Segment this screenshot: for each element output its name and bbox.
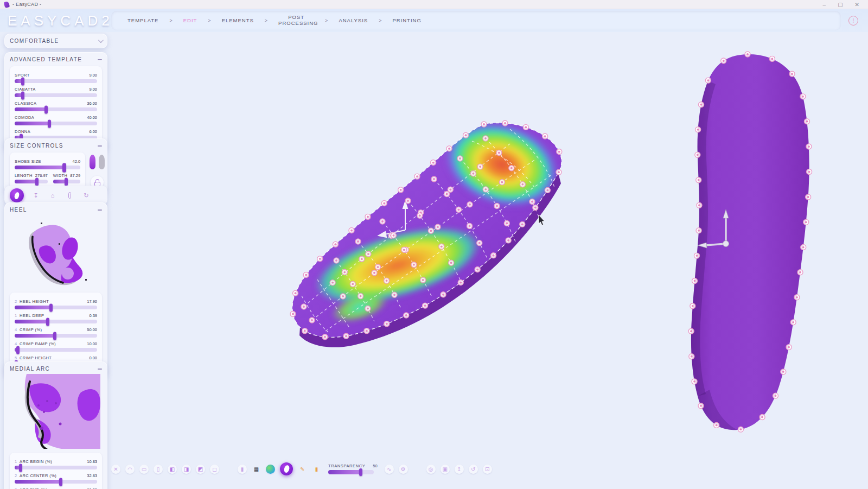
control-point[interactable] (431, 176, 437, 182)
control-point[interactable] (449, 260, 454, 265)
control-point[interactable] (381, 201, 387, 206)
undo-history-button[interactable]: ↺ (469, 465, 478, 474)
control-point[interactable] (359, 256, 365, 262)
slider-track[interactable] (15, 348, 97, 352)
slider-thumb[interactable] (49, 303, 53, 312)
control-point[interactable] (760, 414, 765, 420)
control-point[interactable] (441, 292, 446, 297)
control-point[interactable] (365, 306, 371, 311)
control-point[interactable] (428, 228, 433, 233)
nav-template[interactable]: TEMPLATE (127, 18, 158, 24)
upload-button[interactable]: ↥ (455, 465, 464, 474)
control-point[interactable] (463, 132, 469, 138)
control-point[interactable] (502, 120, 508, 126)
slider-track[interactable] (53, 180, 80, 183)
control-handle[interactable] (41, 223, 42, 224)
control-point[interactable] (380, 219, 385, 224)
control-point[interactable] (499, 180, 505, 185)
control-point[interactable] (697, 202, 702, 208)
box-export-button[interactable]: ▣ (441, 465, 450, 474)
half-left-view-button[interactable]: ◧ (168, 465, 177, 474)
control-point[interactable] (292, 290, 298, 296)
control-handle[interactable] (59, 423, 62, 426)
control-point[interactable] (696, 177, 701, 183)
slider-track[interactable] (15, 334, 97, 338)
control-point[interactable] (398, 187, 404, 193)
control-point[interactable] (556, 169, 561, 175)
collapse-icon[interactable] (98, 59, 102, 60)
chevron-down-icon[interactable] (98, 37, 104, 43)
slider-track[interactable] (15, 466, 97, 469)
control-point[interactable] (303, 272, 309, 277)
heatmap-toggle-button[interactable] (266, 465, 275, 474)
control-point[interactable] (483, 187, 488, 192)
heel-preview[interactable] (12, 215, 100, 289)
control-point[interactable] (420, 277, 426, 283)
control-point[interactable] (695, 152, 700, 157)
control-point[interactable] (790, 320, 796, 325)
slider-track[interactable] (15, 180, 48, 183)
control-point[interactable] (350, 281, 355, 287)
control-point[interactable] (773, 393, 778, 398)
control-point[interactable] (333, 242, 338, 247)
sole-view-active-button[interactable] (280, 462, 293, 475)
control-point[interactable] (384, 278, 390, 283)
control-point[interactable] (302, 328, 308, 334)
control-point[interactable] (458, 280, 463, 285)
slider-thumb[interactable] (59, 478, 62, 486)
slider-thumb[interactable] (62, 163, 66, 172)
slider-thumb[interactable] (65, 177, 68, 186)
control-point[interactable] (301, 304, 307, 309)
control-point[interactable] (384, 321, 390, 327)
control-point[interactable] (494, 203, 500, 208)
slider-thumb[interactable] (21, 77, 24, 85)
control-handle[interactable] (40, 427, 43, 430)
slider-thumb[interactable] (53, 332, 56, 340)
control-point[interactable] (806, 194, 811, 200)
control-point[interactable] (800, 94, 806, 99)
control-point[interactable] (797, 270, 803, 275)
control-point[interactable] (358, 294, 363, 299)
control-handle[interactable] (46, 400, 48, 402)
collapse-icon[interactable] (98, 209, 102, 211)
collapse-icon[interactable] (98, 369, 102, 370)
control-point[interactable] (689, 354, 694, 359)
control-point[interactable] (698, 102, 704, 107)
window-minimize-button[interactable]: – (823, 2, 826, 8)
medial-arc-preview[interactable] (11, 374, 100, 449)
nav-printing[interactable]: PRINTING (392, 18, 421, 24)
nav-edit[interactable]: EDIT (183, 18, 197, 24)
control-point[interactable] (806, 144, 812, 149)
control-point[interactable] (789, 71, 795, 77)
control-point[interactable] (456, 207, 461, 212)
slider-track[interactable] (15, 166, 80, 169)
control-point[interactable] (781, 369, 786, 374)
control-point[interactable] (714, 422, 719, 428)
slider-thumb[interactable] (44, 105, 48, 113)
control-point[interactable] (481, 122, 487, 127)
control-point[interactable] (343, 333, 349, 339)
window-maximize-button[interactable]: ▢ (838, 2, 843, 8)
control-point[interactable] (365, 214, 371, 219)
control-point[interactable] (372, 270, 377, 276)
control-point[interactable] (322, 334, 328, 340)
slider-thumb[interactable] (359, 468, 362, 476)
control-point[interactable] (375, 264, 381, 270)
control-handle[interactable] (59, 243, 60, 245)
home-view-button[interactable]: ⌂ (48, 190, 58, 200)
control-point[interactable] (391, 233, 396, 238)
settings-gear-icon[interactable]: ⚙ (399, 465, 408, 474)
slider-thumb[interactable] (48, 119, 51, 128)
control-point[interactable] (417, 213, 423, 218)
control-point[interactable] (804, 119, 809, 124)
control-point[interactable] (467, 202, 473, 207)
collapse-icon[interactable] (98, 145, 102, 147)
control-point[interactable] (695, 127, 701, 132)
transparency-slider[interactable] (328, 470, 374, 474)
slider-track[interactable] (15, 93, 97, 97)
control-point[interactable] (330, 280, 335, 285)
control-point[interactable] (392, 292, 397, 297)
control-point[interactable] (509, 166, 514, 171)
control-handle[interactable] (55, 402, 57, 404)
shape-view-button[interactable]: ◻ (210, 465, 219, 474)
